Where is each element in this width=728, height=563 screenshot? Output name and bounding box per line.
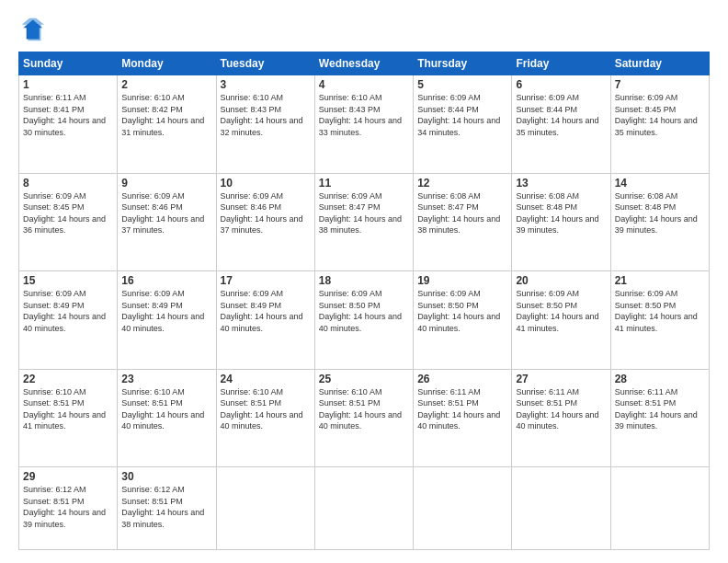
calendar-cell: 25 Sunrise: 6:10 AMSunset: 8:51 PMDaylig… xyxy=(314,369,413,467)
calendar-cell: 19 Sunrise: 6:09 AMSunset: 8:50 PMDaylig… xyxy=(414,271,512,370)
calendar-cell: 23 Sunrise: 6:10 AMSunset: 8:51 PMDaylig… xyxy=(118,369,216,467)
day-info: Sunrise: 6:10 AMSunset: 8:42 PMDaylight:… xyxy=(121,93,204,137)
calendar-cell: 16 Sunrise: 6:09 AMSunset: 8:49 PMDaylig… xyxy=(118,271,216,370)
calendar-week-row: 29 Sunrise: 6:12 AMSunset: 8:51 PMDaylig… xyxy=(19,467,710,550)
day-number: 17 xyxy=(221,274,311,287)
calendar-cell: 17 Sunrise: 6:09 AMSunset: 8:49 PMDaylig… xyxy=(216,271,314,370)
day-number: 10 xyxy=(221,177,311,190)
day-info: Sunrise: 6:10 AMSunset: 8:51 PMDaylight:… xyxy=(319,387,402,431)
day-number: 30 xyxy=(121,470,211,483)
day-info: Sunrise: 6:12 AMSunset: 8:51 PMDaylight:… xyxy=(121,485,204,529)
calendar-header-wednesday: Wednesday xyxy=(314,52,413,75)
day-number: 4 xyxy=(319,78,409,91)
calendar-cell: 15 Sunrise: 6:09 AMSunset: 8:49 PMDaylig… xyxy=(19,271,118,370)
calendar-cell: 1 Sunrise: 6:11 AMSunset: 8:41 PMDayligh… xyxy=(19,75,118,174)
calendar-cell: 28 Sunrise: 6:11 AMSunset: 8:51 PMDaylig… xyxy=(610,369,709,467)
day-info: Sunrise: 6:10 AMSunset: 8:51 PMDaylight:… xyxy=(121,387,204,431)
calendar-header-friday: Friday xyxy=(512,52,610,75)
calendar-cell: 24 Sunrise: 6:10 AMSunset: 8:51 PMDaylig… xyxy=(216,369,314,467)
day-number: 15 xyxy=(23,274,113,287)
header xyxy=(18,17,710,42)
calendar-cell: 6 Sunrise: 6:09 AMSunset: 8:44 PMDayligh… xyxy=(512,75,610,174)
calendar-week-row: 1 Sunrise: 6:11 AMSunset: 8:41 PMDayligh… xyxy=(19,75,710,174)
day-info: Sunrise: 6:09 AMSunset: 8:45 PMDaylight:… xyxy=(615,93,698,137)
day-info: Sunrise: 6:09 AMSunset: 8:47 PMDaylight:… xyxy=(319,191,402,236)
calendar-cell: 8 Sunrise: 6:09 AMSunset: 8:45 PMDayligh… xyxy=(19,173,118,271)
calendar-cell: 9 Sunrise: 6:09 AMSunset: 8:46 PMDayligh… xyxy=(118,173,216,271)
day-number: 19 xyxy=(417,274,507,287)
calendar-cell xyxy=(610,467,709,550)
calendar-cell: 5 Sunrise: 6:09 AMSunset: 8:44 PMDayligh… xyxy=(414,75,512,174)
day-number: 13 xyxy=(516,177,606,190)
day-info: Sunrise: 6:10 AMSunset: 8:43 PMDaylight:… xyxy=(221,93,303,137)
day-number: 9 xyxy=(121,177,211,190)
day-number: 21 xyxy=(615,274,705,287)
calendar-week-row: 22 Sunrise: 6:10 AMSunset: 8:51 PMDaylig… xyxy=(19,369,710,467)
calendar-cell: 4 Sunrise: 6:10 AMSunset: 8:43 PMDayligh… xyxy=(314,75,413,174)
calendar-header-thursday: Thursday xyxy=(414,52,512,75)
day-info: Sunrise: 6:10 AMSunset: 8:51 PMDaylight:… xyxy=(23,387,106,431)
logo-icon xyxy=(18,17,44,42)
calendar-cell: 14 Sunrise: 6:08 AMSunset: 8:48 PMDaylig… xyxy=(610,173,709,271)
calendar-cell: 18 Sunrise: 6:09 AMSunset: 8:50 PMDaylig… xyxy=(314,271,413,370)
calendar-cell: 26 Sunrise: 6:11 AMSunset: 8:51 PMDaylig… xyxy=(414,369,512,467)
day-info: Sunrise: 6:10 AMSunset: 8:43 PMDaylight:… xyxy=(319,93,402,137)
calendar-header-monday: Monday xyxy=(118,52,216,75)
page: SundayMondayTuesdayWednesdayThursdayFrid… xyxy=(0,0,728,563)
day-number: 11 xyxy=(319,177,409,190)
calendar-cell: 11 Sunrise: 6:09 AMSunset: 8:47 PMDaylig… xyxy=(314,173,413,271)
calendar-cell: 20 Sunrise: 6:09 AMSunset: 8:50 PMDaylig… xyxy=(512,271,610,370)
day-info: Sunrise: 6:11 AMSunset: 8:51 PMDaylight:… xyxy=(516,387,598,431)
day-info: Sunrise: 6:09 AMSunset: 8:49 PMDaylight:… xyxy=(23,289,106,333)
calendar-cell: 12 Sunrise: 6:08 AMSunset: 8:47 PMDaylig… xyxy=(414,173,512,271)
calendar-header-sunday: Sunday xyxy=(19,52,118,75)
calendar-cell: 30 Sunrise: 6:12 AMSunset: 8:51 PMDaylig… xyxy=(118,467,216,550)
day-number: 26 xyxy=(417,373,507,385)
calendar-cell: 27 Sunrise: 6:11 AMSunset: 8:51 PMDaylig… xyxy=(512,369,610,467)
day-info: Sunrise: 6:09 AMSunset: 8:45 PMDaylight:… xyxy=(23,191,106,236)
calendar-cell xyxy=(512,467,610,550)
day-number: 3 xyxy=(221,78,311,91)
day-number: 7 xyxy=(615,78,705,91)
calendar-cell xyxy=(314,467,413,550)
calendar-table: SundayMondayTuesdayWednesdayThursdayFrid… xyxy=(18,52,710,550)
day-number: 22 xyxy=(23,373,113,385)
calendar-week-row: 15 Sunrise: 6:09 AMSunset: 8:49 PMDaylig… xyxy=(19,271,710,370)
day-info: Sunrise: 6:11 AMSunset: 8:51 PMDaylight:… xyxy=(417,387,500,431)
calendar-cell: 21 Sunrise: 6:09 AMSunset: 8:50 PMDaylig… xyxy=(610,271,709,370)
day-number: 25 xyxy=(319,373,409,385)
calendar-cell: 22 Sunrise: 6:10 AMSunset: 8:51 PMDaylig… xyxy=(19,369,118,467)
calendar-cell: 3 Sunrise: 6:10 AMSunset: 8:43 PMDayligh… xyxy=(216,75,314,174)
calendar-cell: 13 Sunrise: 6:08 AMSunset: 8:48 PMDaylig… xyxy=(512,173,610,271)
day-number: 28 xyxy=(615,373,705,385)
day-info: Sunrise: 6:09 AMSunset: 8:46 PMDaylight:… xyxy=(221,191,303,236)
calendar-cell: 2 Sunrise: 6:10 AMSunset: 8:42 PMDayligh… xyxy=(118,75,216,174)
day-info: Sunrise: 6:08 AMSunset: 8:48 PMDaylight:… xyxy=(615,191,698,236)
day-info: Sunrise: 6:09 AMSunset: 8:50 PMDaylight:… xyxy=(615,289,698,333)
calendar-header-tuesday: Tuesday xyxy=(216,52,314,75)
logo xyxy=(18,17,48,42)
calendar-week-row: 8 Sunrise: 6:09 AMSunset: 8:45 PMDayligh… xyxy=(19,173,710,271)
day-info: Sunrise: 6:09 AMSunset: 8:50 PMDaylight:… xyxy=(417,289,500,333)
day-info: Sunrise: 6:09 AMSunset: 8:50 PMDaylight:… xyxy=(319,289,402,333)
day-number: 6 xyxy=(516,78,606,91)
day-info: Sunrise: 6:09 AMSunset: 8:44 PMDaylight:… xyxy=(516,93,598,137)
day-info: Sunrise: 6:10 AMSunset: 8:51 PMDaylight:… xyxy=(221,387,303,431)
calendar-cell: 7 Sunrise: 6:09 AMSunset: 8:45 PMDayligh… xyxy=(610,75,709,174)
day-info: Sunrise: 6:11 AMSunset: 8:51 PMDaylight:… xyxy=(615,387,698,431)
day-info: Sunrise: 6:09 AMSunset: 8:44 PMDaylight:… xyxy=(417,93,500,137)
calendar-header-row: SundayMondayTuesdayWednesdayThursdayFrid… xyxy=(19,52,710,75)
calendar-cell: 29 Sunrise: 6:12 AMSunset: 8:51 PMDaylig… xyxy=(19,467,118,550)
day-number: 23 xyxy=(121,373,211,385)
day-info: Sunrise: 6:09 AMSunset: 8:50 PMDaylight:… xyxy=(516,289,598,333)
calendar-header-saturday: Saturday xyxy=(610,52,709,75)
day-number: 16 xyxy=(121,274,211,287)
day-number: 24 xyxy=(221,373,311,385)
day-info: Sunrise: 6:09 AMSunset: 8:46 PMDaylight:… xyxy=(121,191,204,236)
day-number: 18 xyxy=(319,274,409,287)
day-number: 20 xyxy=(516,274,606,287)
day-number: 2 xyxy=(121,78,211,91)
calendar-cell xyxy=(414,467,512,550)
day-number: 5 xyxy=(417,78,507,91)
day-info: Sunrise: 6:08 AMSunset: 8:47 PMDaylight:… xyxy=(417,191,500,236)
